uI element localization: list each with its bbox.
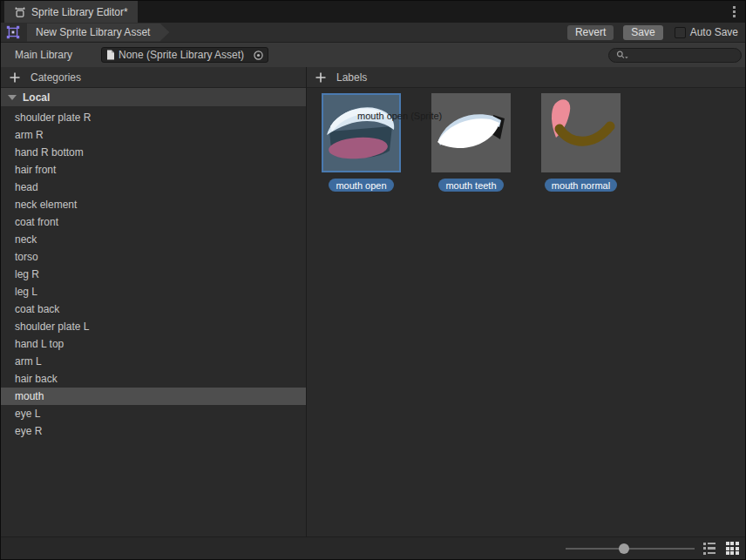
category-item[interactable]: hair front bbox=[1, 161, 306, 179]
main-library-row: Main Library None (Sprite Library Asset) bbox=[1, 43, 745, 67]
category-item[interactable]: hair back bbox=[1, 370, 306, 388]
save-button[interactable]: Save bbox=[623, 25, 662, 40]
category-item[interactable]: arm R bbox=[1, 126, 306, 144]
footer-bar bbox=[1, 536, 745, 559]
category-item[interactable]: shoulder plate R bbox=[1, 109, 306, 126]
label-name-badge[interactable]: mouth teeth bbox=[438, 179, 503, 192]
plus-icon bbox=[315, 71, 327, 84]
label-item: mouth normal bbox=[541, 93, 621, 192]
local-foldout[interactable]: Local bbox=[1, 88, 306, 106]
mouth-open-sprite bbox=[323, 95, 399, 171]
local-group-label: Local bbox=[23, 91, 50, 104]
category-item[interactable]: leg L bbox=[1, 283, 306, 300]
category-item[interactable]: coat front bbox=[1, 213, 306, 231]
main-library-object-field[interactable]: None (Sprite Library Asset) bbox=[101, 47, 268, 63]
tab-strip: Sprite Library Editor* bbox=[1, 1, 745, 23]
sprite-library-editor-window: Sprite Library Editor* New Sprite Librar… bbox=[0, 0, 746, 560]
object-picker-icon[interactable] bbox=[253, 50, 264, 61]
label-thumbnails: mouth open mouth teeth bbox=[307, 88, 745, 192]
category-item-selected[interactable]: mouth bbox=[1, 388, 306, 405]
foldout-triangle-icon bbox=[8, 95, 17, 100]
sprite-thumbnail-mouth-open[interactable] bbox=[322, 93, 401, 172]
category-item[interactable]: hand R bottom bbox=[1, 144, 306, 161]
zoom-slider-track bbox=[566, 548, 695, 550]
labels-panel: Labels mouth open (Sprite) bbox=[307, 67, 745, 536]
category-item[interactable]: hand L top bbox=[1, 335, 306, 353]
categories-header: Categories bbox=[1, 67, 306, 88]
auto-save-checkbox[interactable] bbox=[675, 27, 686, 38]
label-item: mouth teeth bbox=[431, 93, 511, 192]
category-item[interactable]: eye L bbox=[1, 405, 306, 422]
list-view-icon[interactable] bbox=[702, 541, 717, 557]
category-item[interactable]: neck element bbox=[1, 196, 306, 213]
sprite-library-editor-icon bbox=[14, 6, 26, 18]
editor-body: Categories Local shoulder plate R arm R … bbox=[1, 67, 745, 536]
category-item[interactable]: leg R bbox=[1, 266, 306, 283]
sprite-thumbnail-mouth-normal[interactable] bbox=[541, 93, 621, 172]
kebab-menu-icon[interactable] bbox=[729, 4, 738, 19]
category-item[interactable]: neck bbox=[1, 231, 306, 248]
category-item[interactable]: coat back bbox=[1, 300, 306, 318]
search-input[interactable] bbox=[608, 48, 742, 63]
label-name-badge[interactable]: mouth normal bbox=[545, 179, 617, 192]
category-item[interactable]: eye R bbox=[1, 422, 306, 440]
asset-file-icon bbox=[106, 50, 115, 60]
main-library-label: Main Library bbox=[15, 49, 101, 61]
categories-list: Local shoulder plate R arm R hand R bott… bbox=[1, 88, 306, 536]
sprite-thumbnail-mouth-teeth[interactable] bbox=[431, 93, 511, 172]
mouth-normal-sprite bbox=[541, 93, 621, 172]
categories-title: Categories bbox=[31, 71, 81, 84]
revert-button[interactable]: Revert bbox=[567, 25, 614, 40]
add-category-button[interactable] bbox=[8, 71, 22, 84]
search-icon bbox=[616, 51, 629, 60]
labels-title: Labels bbox=[336, 71, 367, 84]
category-item[interactable]: arm L bbox=[1, 353, 306, 370]
category-items: shoulder plate R arm R hand R bottom hai… bbox=[1, 106, 306, 440]
sprite-library-asset-icon bbox=[6, 25, 20, 39]
category-item[interactable]: head bbox=[1, 179, 306, 196]
zoom-slider-handle[interactable] bbox=[619, 543, 629, 554]
tab-sprite-library-editor[interactable]: Sprite Library Editor* bbox=[4, 1, 138, 23]
toolbar: New Sprite Library Asset Revert Save Aut… bbox=[1, 23, 745, 43]
labels-header: Labels bbox=[307, 67, 745, 88]
zoom-slider[interactable] bbox=[566, 543, 695, 555]
category-item[interactable]: shoulder plate L bbox=[1, 318, 306, 335]
grid-view-icon[interactable] bbox=[724, 541, 740, 557]
add-label-button[interactable] bbox=[314, 71, 328, 84]
label-item: mouth open bbox=[322, 93, 401, 192]
auto-save-label: Auto Save bbox=[690, 26, 738, 38]
label-name-badge[interactable]: mouth open bbox=[329, 179, 393, 192]
tab-title: Sprite Library Editor* bbox=[31, 6, 128, 18]
mouth-teeth-sprite bbox=[431, 93, 511, 172]
labels-grid: mouth open (Sprite) mouth open bbox=[307, 88, 745, 536]
category-item[interactable]: torso bbox=[1, 248, 306, 266]
plus-icon bbox=[9, 71, 21, 84]
breadcrumb[interactable]: New Sprite Library Asset bbox=[27, 24, 169, 42]
breadcrumb-label: New Sprite Library Asset bbox=[36, 26, 150, 38]
categories-panel: Categories Local shoulder plate R arm R … bbox=[1, 67, 307, 536]
object-field-value: None (Sprite Library Asset) bbox=[119, 49, 249, 61]
